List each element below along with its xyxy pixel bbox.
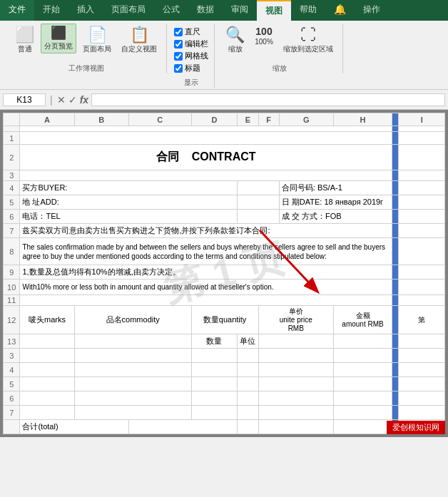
col-header-a[interactable]: A <box>20 113 74 126</box>
col-header-f[interactable]: F <box>258 113 279 126</box>
cell-data[interactable] <box>399 349 445 363</box>
cell-data[interactable] <box>258 349 333 363</box>
cell-i9[interactable] <box>399 265 445 280</box>
cell-qty-header[interactable]: 数量quantity <box>191 306 258 334</box>
btn-page-break[interactable]: ⬛ 分页预览 <box>41 24 76 53</box>
col-header-h[interactable]: H <box>333 113 392 126</box>
col-header-d[interactable]: D <box>191 113 237 126</box>
tab-review[interactable]: 审阅 <box>223 0 257 21</box>
cell-a11[interactable] <box>20 295 392 306</box>
tab-help[interactable]: 帮助 <box>291 0 325 21</box>
cell-data[interactable] <box>258 406 333 420</box>
cell-data[interactable] <box>333 406 392 420</box>
cell-commodity-sub[interactable] <box>74 334 191 349</box>
cell[interactable] <box>399 126 445 132</box>
col-header-g[interactable]: G <box>279 113 333 126</box>
cell-i11[interactable] <box>399 295 445 306</box>
cell-contract-label[interactable]: 合同号码: BS/A-1 <box>279 181 392 195</box>
cell-data[interactable] <box>20 349 74 363</box>
cell-reference-input[interactable] <box>3 93 46 106</box>
formula-fx-icon[interactable]: fx <box>80 94 88 106</box>
btn-normal[interactable]: ⬜ 普通 <box>11 24 38 56</box>
cell-data[interactable] <box>258 363 333 377</box>
cell-addr-label[interactable]: 地 址ADD: <box>20 195 238 210</box>
cell-marks-header[interactable]: 唛头marks <box>20 306 74 334</box>
cell-commodity-header[interactable]: 品名commodity <box>74 306 191 334</box>
cell-data[interactable] <box>399 391 445 406</box>
cell-data[interactable] <box>191 406 237 420</box>
cell-i2[interactable] <box>399 145 445 170</box>
cell-i8[interactable] <box>399 238 445 265</box>
cell-data[interactable] <box>238 363 258 377</box>
tab-file[interactable]: 文件 <box>0 0 34 21</box>
btn-custom-view[interactable]: 📋 自定义视图 <box>118 24 161 56</box>
cell-data[interactable] <box>74 391 191 406</box>
btn-page-layout[interactable]: 📄 页面布局 <box>79 24 115 56</box>
cell-data[interactable] <box>238 391 258 406</box>
col-header-i[interactable]: I <box>399 113 445 126</box>
formula-input[interactable] <box>91 93 445 106</box>
cell-data[interactable] <box>333 377 392 391</box>
cell-data[interactable] <box>191 363 237 377</box>
cell-data[interactable] <box>191 391 237 406</box>
cell-data[interactable] <box>74 406 191 420</box>
cell-i7[interactable] <box>399 224 445 238</box>
tab-insert[interactable]: 插入 <box>68 0 103 21</box>
tab-formula[interactable]: 公式 <box>154 0 188 21</box>
cell-qty-sub[interactable]: 数量 <box>191 334 237 349</box>
cell-e4[interactable] <box>238 181 280 195</box>
cell-e5[interactable] <box>238 195 280 210</box>
checkbox-gridlines[interactable]: 网格线 <box>174 51 208 61</box>
cell-en-text[interactable]: The sales confirmation made by and betwe… <box>20 238 392 265</box>
cell-i5[interactable] <box>399 195 445 210</box>
cell-amount-sub[interactable] <box>333 334 392 349</box>
cell-tel-label[interactable]: 电话：TEL <box>20 210 238 224</box>
cell-i13[interactable] <box>399 334 445 349</box>
col-header-e[interactable]: E <box>238 113 258 126</box>
cell-e6[interactable] <box>238 210 280 224</box>
cell-unitprice-sub[interactable] <box>258 334 333 349</box>
cell-cn-text[interactable]: 兹买卖双方司意由卖方出售买方购进之下货物,并按下列条款签订本合同: <box>20 224 392 238</box>
cell-data[interactable] <box>333 349 392 363</box>
cell-total-f[interactable] <box>258 420 333 434</box>
cell-a3[interactable] <box>20 170 392 181</box>
cell-data[interactable] <box>20 377 74 391</box>
cell-total-c[interactable] <box>128 420 237 434</box>
cell-i12[interactable]: 第 <box>399 306 445 334</box>
btn-zoom[interactable]: 🔍 缩放 <box>222 24 248 56</box>
formula-cancel-icon[interactable]: ✕ <box>57 94 66 106</box>
cell-data[interactable] <box>191 377 237 391</box>
tab-operate[interactable]: 操作 <box>355 0 389 21</box>
cell-data[interactable] <box>191 349 237 363</box>
cell-title[interactable]: 合同 CONTRACT <box>20 145 392 170</box>
cell-data[interactable] <box>399 363 445 377</box>
cell-data[interactable] <box>333 363 392 377</box>
btn-zoom-pct[interactable]: 100 100% <box>251 24 277 48</box>
cell-data[interactable] <box>238 377 258 391</box>
btn-zoom-fit[interactable]: ⛶ 缩放到选定区域 <box>280 24 337 56</box>
col-header-b[interactable]: B <box>74 113 128 126</box>
cell-data[interactable] <box>20 406 74 420</box>
cell-buyer-label[interactable]: 买方BUYER: <box>20 181 238 195</box>
tab-home[interactable]: 开始 <box>34 0 68 21</box>
tab-view[interactable]: 视图 <box>257 0 291 21</box>
cell-i10[interactable] <box>399 280 445 295</box>
cell-total-label[interactable]: 合计(total) <box>20 420 128 434</box>
formula-confirm-icon[interactable]: ✓ <box>68 94 77 106</box>
cell-unit-sub[interactable]: 单位 <box>238 334 258 349</box>
cell-amount-header[interactable]: 金额amount RMB <box>333 306 392 334</box>
checkbox-editbar[interactable]: 编辑栏 <box>174 39 208 49</box>
cell-10pct-en[interactable]: With10% more or less both in amount and … <box>20 280 392 295</box>
checkbox-ruler[interactable]: 直尺 <box>174 26 208 37</box>
cell-marks-sub[interactable] <box>20 334 74 349</box>
cell-data[interactable] <box>238 349 258 363</box>
cell-data[interactable] <box>238 406 258 420</box>
cell-data[interactable] <box>399 377 445 391</box>
tab-bell[interactable]: 🔔 <box>325 0 355 21</box>
cell-i4[interactable] <box>399 181 445 195</box>
cell-data[interactable] <box>74 349 191 363</box>
tab-data[interactable]: 数据 <box>188 0 223 21</box>
cell-data[interactable] <box>333 391 392 406</box>
cell-data[interactable] <box>20 391 74 406</box>
cell-data[interactable] <box>258 377 333 391</box>
